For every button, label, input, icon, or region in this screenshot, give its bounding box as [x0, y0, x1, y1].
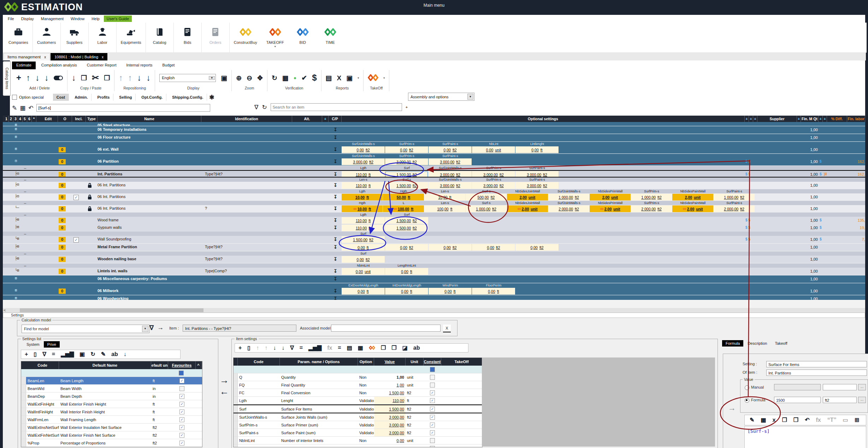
settings-row[interactable]: BeamLenBeam Lengthft✓ — [21, 377, 202, 385]
save-icon[interactable]: ▦ — [761, 417, 766, 423]
copy-down-icon[interactable]: ↧ — [333, 159, 337, 164]
text-icon[interactable]: “T” — [827, 417, 837, 423]
value-cell[interactable]: 110,00ft — [342, 225, 385, 231]
undo-icon[interactable]: ↶ — [805, 417, 809, 423]
trash-icon[interactable]: ▯ — [34, 351, 37, 357]
value-cell[interactable]: 1 500,00ft2 — [342, 236, 385, 243]
tree-expander-icon[interactable]: └⊞ — [15, 268, 19, 272]
find-model-select[interactable]: Find for model▼ — [22, 325, 149, 333]
tree-expander-icon[interactable]: └─ — [15, 206, 19, 210]
copy-down-icon[interactable]: ↧ — [333, 288, 337, 293]
menu-item-file[interactable]: File — [5, 16, 17, 22]
menu-item-users-guide[interactable]: User's Guide — [104, 16, 132, 22]
copy-down-icon[interactable]: ↧ — [333, 194, 337, 199]
rename-icon[interactable]: ab — [111, 351, 118, 357]
value-cell[interactable]: 0,00ft — [515, 146, 559, 153]
fx-icon[interactable]: fx — [327, 345, 332, 351]
favourite-cell[interactable]: ✓ — [168, 439, 196, 447]
settings-splitter[interactable]: Settings — [3, 313, 865, 318]
transfer-left-icon[interactable]: ← — [220, 386, 229, 397]
table-row[interactable]: ⊞06 Woodworking↧1,00 — [3, 295, 865, 300]
chevron-down-icon[interactable]: ▾ — [274, 45, 276, 48]
value-cell[interactable]: 0,00ft — [385, 268, 428, 275]
table-row[interactable]: ├⊞0Gypsum walls↧110,00ft1 500,00ft2$ $1,… — [3, 224, 865, 232]
table-row[interactable]: ├⊟0Int. PartitionsType?|Ht?↧110,00ft1 50… — [3, 170, 865, 178]
tab-system[interactable]: System — [23, 341, 43, 348]
constant-checkbox[interactable]: ✓ — [430, 423, 435, 427]
value-cell[interactable]: 0,00ft — [385, 288, 428, 295]
row-selector[interactable] — [21, 424, 26, 431]
zoom-out-icon[interactable]: ⊖ — [247, 75, 252, 81]
add-icon[interactable]: + — [16, 74, 21, 82]
tree-expander-icon[interactable]: ├⊞ — [15, 256, 19, 260]
move-down-icon[interactable]: ↓ — [137, 74, 141, 82]
value-cell[interactable]: 0,00ft2 — [342, 256, 385, 263]
tree-expander-icon[interactable]: ⊞ — [15, 296, 17, 300]
row-selector[interactable] — [21, 416, 26, 423]
value-cell[interactable]: 2,00unit — [590, 194, 631, 200]
value-cell[interactable]: 0,00ft — [472, 288, 515, 295]
refresh-icon[interactable]: ↻ — [262, 104, 267, 111]
image-icon[interactable]: ▣ — [221, 75, 227, 81]
value-cell[interactable]: ◆◆2,00unit — [672, 205, 713, 212]
favourite-cell[interactable]: ✓ — [168, 400, 196, 408]
search-add-button[interactable]: + — [406, 105, 408, 109]
row-selector[interactable] — [234, 413, 238, 421]
table-row[interactable]: ⊟006 Partition↧3 000,00ft23 000,00ft23 0… — [3, 158, 865, 165]
zoom-in-icon[interactable]: ⊕ — [236, 75, 242, 81]
bold-equal-icon[interactable]: = — [338, 345, 341, 351]
manual-unit-field[interactable] — [823, 384, 857, 390]
equal-icon[interactable]: = — [52, 351, 55, 357]
constant-checkbox[interactable]: ✓ — [430, 407, 435, 412]
favourite-checkbox[interactable]: ✓ — [179, 441, 184, 446]
formula-radio[interactable] — [745, 398, 749, 403]
included-checkbox[interactable]: ✓ — [73, 237, 79, 243]
associated-model-field[interactable] — [331, 325, 441, 332]
table-row[interactable]: ⊞05 Steel structure — [3, 122, 865, 126]
sidebar-tab-catalog-items[interactable]: Catalog items — [3, 61, 11, 96]
tree-expander-icon[interactable]: ├⊟ — [15, 171, 19, 175]
row-insert-up-icon[interactable]: ↑ — [26, 74, 30, 82]
table-row[interactable]: ⊞06 Temporary installations↧1,00 — [3, 126, 865, 134]
value-cell[interactable]: 3 000,00ft2 — [515, 182, 559, 189]
row-selector[interactable] — [21, 431, 26, 439]
value-cell[interactable]: 0,00ft2 — [429, 146, 472, 153]
value-cell[interactable]: 0,00ft2 — [472, 244, 515, 251]
chevron-down-icon[interactable]: ▼ — [467, 94, 473, 100]
value-cell[interactable]: 3 000,00ft2 — [472, 182, 515, 189]
app-button-bid[interactable]: BID — [289, 23, 317, 52]
close-icon[interactable]: x — [44, 55, 46, 59]
settings-row[interactable]: WallFrmLenWall Framing Lengthft✓ — [21, 416, 202, 424]
tab-compilation-analysis[interactable]: Compilation analysis — [37, 62, 81, 69]
tree-expander-icon[interactable]: ├⊞ — [15, 225, 19, 229]
table-row[interactable]: ⊞06 Floor structure↧1,00 — [3, 134, 865, 141]
check-icon[interactable]: ✔ — [301, 75, 307, 81]
param-value[interactable]: 3 000,00 — [374, 429, 406, 436]
insert-arrow-icon[interactable]: → — [728, 403, 736, 413]
value-cell[interactable]: 0,00ft2 — [385, 146, 428, 153]
menu-item-help[interactable]: Help — [89, 16, 102, 22]
tree-expander-icon[interactable]: ⊞ — [15, 276, 17, 280]
funnel-icon[interactable]: ∇ — [254, 104, 258, 111]
copy-icon[interactable]: ❐ — [381, 345, 386, 351]
table-row[interactable]: ├⊞0Metal Frame PartitionType?|Ht?↧0,00ft… — [3, 244, 865, 251]
app-button-catalog[interactable]: Catalog — [146, 23, 174, 52]
save-icon[interactable]: ▦ — [358, 345, 363, 351]
table-row[interactable]: └⊞0Lintels int. wallsType|Comp?↧0,00unit… — [3, 268, 865, 275]
chevron-down-icon[interactable]: ▼ — [209, 76, 215, 80]
param-value[interactable]: 3 000,00 — [374, 421, 406, 429]
rename-icon[interactable]: ab — [413, 345, 420, 351]
equal-icon[interactable]: = — [300, 345, 303, 351]
chevron-down-icon[interactable]: ▾ — [383, 76, 385, 80]
tree-expander-icon[interactable]: ⊞ — [15, 147, 17, 151]
table-row[interactable]: ⊞006 Millwork↧0,00ft0,00ft0,00ft0,00ft1,… — [3, 287, 865, 295]
dollar-icon[interactable]: $ — [312, 74, 317, 82]
app-button-suppliers[interactable]: Suppliers — [61, 23, 89, 52]
item-setting-row[interactable]: QQuantityNon1,00unit — [234, 373, 482, 381]
chevron-down-icon[interactable]: ▾ — [358, 76, 359, 80]
fit-icon[interactable]: ✥ — [257, 75, 263, 81]
formula-expression[interactable]: [Surf-s] — [744, 426, 866, 448]
import-row-icon[interactable]: ↓ — [72, 74, 76, 82]
value-cell[interactable]: 3 000,00ft2 — [515, 171, 559, 178]
value-cell[interactable]: 100,00ft — [424, 205, 465, 212]
